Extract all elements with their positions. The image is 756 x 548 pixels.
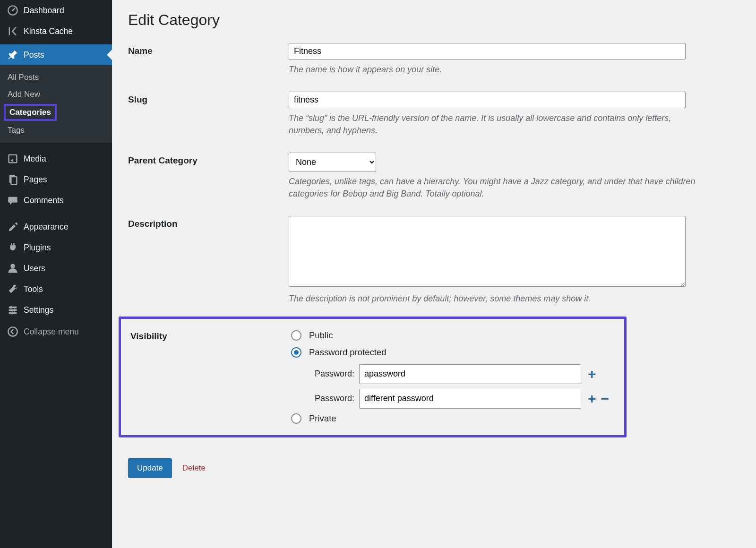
comments-icon — [7, 195, 19, 206]
sidebar-item-pages[interactable]: Pages — [0, 169, 112, 190]
svg-rect-10 — [14, 309, 15, 312]
tools-icon — [7, 283, 19, 295]
name-label: Name — [128, 43, 289, 92]
visibility-option-private[interactable]: Private — [291, 413, 615, 424]
sidebar-item-label: Dashboard — [24, 5, 64, 16]
remove-password-icon[interactable]: − — [601, 392, 610, 406]
radio-icon — [291, 330, 301, 341]
password-row-1: Password: + — [309, 364, 615, 384]
sidebar-item-label: Plugins — [24, 242, 51, 253]
slug-label: Slug — [128, 92, 289, 153]
pages-icon — [7, 174, 19, 185]
sidebar-item-label: Tools — [24, 284, 43, 295]
sidebar-item-label: Media — [24, 154, 46, 164]
password-input-2[interactable] — [359, 389, 581, 409]
password-label: Password: — [309, 394, 354, 403]
sidebar-item-tools[interactable]: Tools — [0, 279, 112, 300]
name-input[interactable] — [289, 43, 686, 60]
description-label: Description — [128, 216, 289, 321]
slug-description: The “slug” is the URL-friendly version o… — [289, 112, 704, 137]
submenu-tags[interactable]: Tags — [0, 122, 112, 139]
collapse-icon — [7, 326, 19, 337]
sidebar-item-plugins[interactable]: Plugins — [0, 237, 112, 258]
submit-row: Update Delete — [128, 458, 740, 478]
sidebar-item-label: Comments — [24, 195, 64, 206]
plugins-icon — [7, 242, 19, 253]
sidebar-item-label: Users — [24, 263, 45, 274]
pin-icon — [7, 49, 19, 60]
submenu-all-posts[interactable]: All Posts — [0, 69, 112, 86]
name-description: The name is how it appears on your site. — [289, 63, 704, 76]
sidebar-item-label: Posts — [24, 50, 44, 60]
password-row-2: Password: + − — [309, 389, 615, 409]
svg-rect-9 — [10, 306, 11, 309]
description-description: The description is not prominent by defa… — [289, 292, 704, 305]
visibility-password-label: Password protected — [309, 347, 387, 358]
visibility-private-label: Private — [309, 413, 336, 424]
svg-rect-6 — [9, 307, 17, 308]
edit-category-form: Name The name is how it appears on your … — [128, 43, 740, 321]
users-icon — [7, 263, 19, 274]
visibility-option-public[interactable]: Public — [291, 330, 615, 341]
parent-category-select[interactable]: None — [289, 153, 376, 171]
sidebar-item-users[interactable]: Users — [0, 258, 112, 279]
sidebar-collapse[interactable]: Collapse menu — [0, 323, 112, 340]
sidebar-item-label: Collapse menu — [24, 326, 79, 337]
sidebar-item-appearance[interactable]: Appearance — [0, 216, 112, 237]
kinsta-icon — [7, 26, 19, 37]
sidebar-item-label: Pages — [24, 174, 47, 185]
main-content: Edit Category Name The name is how it ap… — [112, 0, 756, 548]
submenu-categories[interactable]: Categories — [0, 103, 112, 122]
svg-point-1 — [12, 9, 14, 11]
submenu-add-new[interactable]: Add New — [0, 86, 112, 103]
update-button[interactable]: Update — [128, 458, 172, 478]
appearance-icon — [7, 221, 19, 232]
radio-icon — [291, 413, 301, 424]
admin-sidebar: Dashboard Kinsta Cache Posts All Posts A… — [0, 0, 112, 548]
posts-submenu: All Posts Add New Categories Tags — [0, 65, 112, 143]
password-input-1[interactable] — [359, 364, 581, 384]
slug-input[interactable] — [289, 92, 686, 108]
parent-category-label: Parent Category — [128, 153, 289, 216]
svg-point-5 — [10, 264, 15, 268]
delete-link[interactable]: Delete — [182, 463, 206, 473]
sidebar-item-label: Settings — [24, 305, 53, 316]
sidebar-item-label: Appearance — [24, 222, 68, 232]
add-password-icon[interactable]: + — [588, 392, 596, 406]
svg-rect-11 — [12, 312, 13, 315]
sidebar-item-kinsta-cache[interactable]: Kinsta Cache — [0, 21, 112, 42]
svg-rect-4 — [11, 177, 17, 185]
svg-rect-7 — [9, 309, 17, 311]
page-title: Edit Category — [128, 11, 740, 29]
sidebar-item-label: Kinsta Cache — [24, 26, 73, 37]
sidebar-item-dashboard[interactable]: Dashboard — [0, 0, 112, 21]
sidebar-item-media[interactable]: Media — [0, 148, 112, 169]
visibility-label: Visibility — [130, 330, 291, 424]
add-password-icon[interactable]: + — [588, 367, 596, 381]
svg-point-12 — [8, 327, 17, 336]
radio-icon — [291, 347, 301, 358]
parent-category-description: Categories, unlike tags, can have a hier… — [289, 175, 704, 200]
settings-icon — [7, 304, 19, 316]
visibility-public-label: Public — [309, 330, 333, 341]
sidebar-item-settings[interactable]: Settings — [0, 300, 112, 320]
media-icon — [7, 153, 19, 164]
password-label: Password: — [309, 369, 354, 379]
visibility-section: Visibility Public Password protected Pas… — [119, 317, 627, 437]
visibility-option-password[interactable]: Password protected — [291, 347, 615, 358]
dashboard-icon — [7, 5, 19, 16]
sidebar-item-comments[interactable]: Comments — [0, 190, 112, 211]
description-textarea[interactable] — [289, 216, 686, 287]
sidebar-item-posts[interactable]: Posts — [0, 44, 112, 65]
